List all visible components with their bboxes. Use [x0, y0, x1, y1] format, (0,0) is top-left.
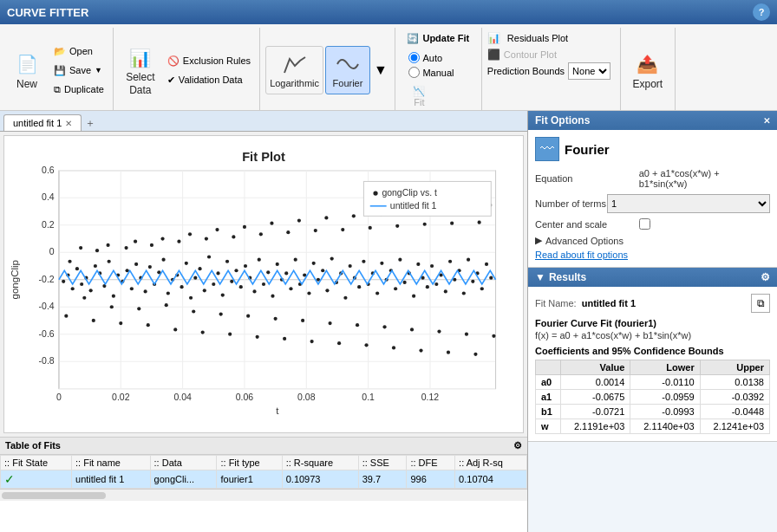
logarithmic-button[interactable]: Logarithmic	[265, 46, 323, 94]
table-row[interactable]: ✓ untitled fit 1 gongCli... fourier1 0.1…	[1, 470, 527, 489]
th-fit-state[interactable]: :: Fit State	[1, 456, 72, 470]
results-settings-icon[interactable]: ⚙	[761, 271, 770, 283]
results-collapse-arrow[interactable]: ▼	[535, 271, 545, 283]
svg-point-78	[325, 289, 329, 292]
manual-radio[interactable]	[408, 67, 420, 78]
th-fit-name[interactable]: :: Fit name	[72, 456, 151, 470]
fit-button[interactable]: 📉 Fit	[403, 83, 434, 111]
coeff-value: -0.0721	[561, 405, 630, 419]
fourier-button[interactable]: Fourier	[325, 46, 370, 94]
ribbon: 📄 New 📂 Open 💾 Save ▼ ⧉ Duplic	[0, 24, 777, 111]
svg-point-94	[398, 258, 402, 262]
new-button[interactable]: 📄 New	[5, 42, 49, 98]
equation-label: Equation	[535, 173, 639, 184]
th-adj-r-sq[interactable]: :: Adj R-sq	[455, 456, 527, 470]
svg-point-132	[301, 319, 304, 322]
select-data-label: SelectData	[126, 71, 154, 96]
svg-point-124	[192, 309, 195, 313]
svg-point-138	[382, 325, 386, 328]
export-label: Export	[632, 78, 663, 90]
data-group-content: 📊 SelectData 🚫 Exclusion Rules ✔ Validat…	[119, 29, 254, 111]
svg-point-24	[80, 282, 83, 286]
results-body: Fit Name: untitled fit 1 ⧉ Fourier Curve…	[528, 287, 777, 441]
svg-point-152	[134, 240, 137, 243]
prediction-bounds-select[interactable]: None	[568, 62, 610, 80]
advanced-options-toggle[interactable]: ▶ Advanced Options	[535, 235, 770, 246]
duplicate-button[interactable]: ⧉ Duplicate	[50, 81, 108, 98]
svg-point-108	[462, 291, 466, 295]
fit-group-content: 🔄 Update Fit Auto Manual 📉 Fit	[403, 29, 473, 111]
svg-point-154	[160, 237, 164, 240]
fourier-icon	[334, 50, 362, 78]
svg-point-67	[276, 263, 279, 266]
fourier-label: Fourier	[333, 78, 363, 89]
svg-point-134	[328, 321, 331, 325]
manual-radio-label[interactable]: Manual	[408, 67, 454, 78]
th-dfe[interactable]: :: DFE	[407, 456, 455, 470]
coeff-name: w	[536, 419, 561, 434]
select-data-button[interactable]: 📊 SelectData	[119, 42, 162, 98]
th-r-square[interactable]: :: R-square	[282, 456, 358, 470]
open-button[interactable]: 📂 Open	[50, 42, 108, 60]
save-icon: 💾	[54, 65, 66, 76]
num-terms-select[interactable]: 1 2 3	[607, 194, 770, 213]
copy-button[interactable]: ⧉	[751, 294, 770, 313]
export-button[interactable]: 📤 Export	[626, 42, 669, 98]
tof-r-square: 0.10973	[282, 470, 358, 489]
update-fit-button[interactable]: 🔄 Update Fit	[403, 29, 473, 47]
svg-point-100	[426, 285, 429, 289]
svg-point-59	[239, 285, 243, 289]
save-button[interactable]: 💾 Save ▼	[50, 62, 108, 79]
svg-point-35	[130, 287, 134, 290]
th-data[interactable]: :: Data	[150, 456, 217, 470]
th-fit-type[interactable]: :: Fit type	[217, 456, 282, 470]
help-button[interactable]: ?	[753, 3, 770, 21]
svg-point-54	[216, 271, 219, 275]
svg-point-98	[416, 263, 420, 266]
tof-fit-type: fourier1	[217, 470, 282, 489]
validation-data-icon: ✔	[167, 75, 175, 86]
th-sse[interactable]: :: SSE	[358, 456, 407, 470]
svg-point-150	[107, 243, 110, 247]
coeff-name: a1	[536, 390, 561, 405]
tab-close-button[interactable]: ✕	[65, 119, 72, 128]
svg-point-112	[480, 287, 484, 290]
tof-body: ✓ untitled fit 1 gongCli... fourier1 0.1…	[1, 470, 527, 489]
svg-point-109	[467, 258, 470, 262]
fit-mode-section: Auto Manual	[403, 50, 459, 80]
svg-point-130	[274, 317, 278, 321]
new-label: New	[16, 78, 37, 90]
svg-point-118	[110, 305, 114, 308]
fit-options-section: Fit Options ✕ 〰 Fourier Equation a0 + a1…	[528, 111, 777, 268]
svg-point-52	[207, 255, 211, 258]
read-link[interactable]: Read about fit options	[535, 250, 770, 260]
auto-radio[interactable]	[408, 52, 420, 63]
open-icon: 📂	[54, 46, 66, 57]
auto-radio-label[interactable]: Auto	[408, 52, 454, 63]
tof-scrollbar[interactable]	[0, 489, 527, 501]
svg-point-169	[364, 343, 368, 347]
center-scale-checkbox[interactable]	[639, 218, 650, 230]
residuals-plot-button[interactable]: Residuals Plot	[504, 29, 571, 47]
fit-type-title-row: 〰 Fourier	[535, 137, 770, 161]
exclusion-rules-button[interactable]: 🚫 Exclusion Rules	[164, 52, 254, 69]
fit-options-collapse[interactable]: ✕	[763, 116, 770, 126]
new-tab-button[interactable]: ＋	[85, 116, 95, 131]
residuals-row: 📊 Residuals Plot	[487, 29, 571, 47]
validation-data-button[interactable]: ✔ Validation Data	[164, 71, 254, 88]
fit-tab[interactable]: untitled fit 1 ✕	[3, 114, 82, 131]
svg-point-128	[246, 315, 250, 318]
svg-point-66	[271, 295, 274, 298]
svg-point-62	[252, 289, 256, 293]
svg-point-114	[489, 276, 493, 280]
tof-settings-icon[interactable]: ⚙	[513, 440, 522, 451]
svg-point-168	[352, 214, 356, 217]
svg-point-71	[294, 258, 297, 262]
fit-type-dropdown[interactable]: ▼	[372, 61, 389, 80]
coeff-table: Value Lower Upper a0 0.0014 -0.0110 0.01…	[535, 360, 770, 434]
coeff-lower: -0.0993	[630, 405, 700, 419]
save-dropdown-icon[interactable]: ▼	[95, 66, 102, 75]
tof-scroll-thumb[interactable]	[2, 492, 106, 499]
svg-text:0.12: 0.12	[421, 393, 440, 402]
equation-value: a0 + a1*cos(x*w) + b1*sin(x*w)	[639, 168, 770, 189]
